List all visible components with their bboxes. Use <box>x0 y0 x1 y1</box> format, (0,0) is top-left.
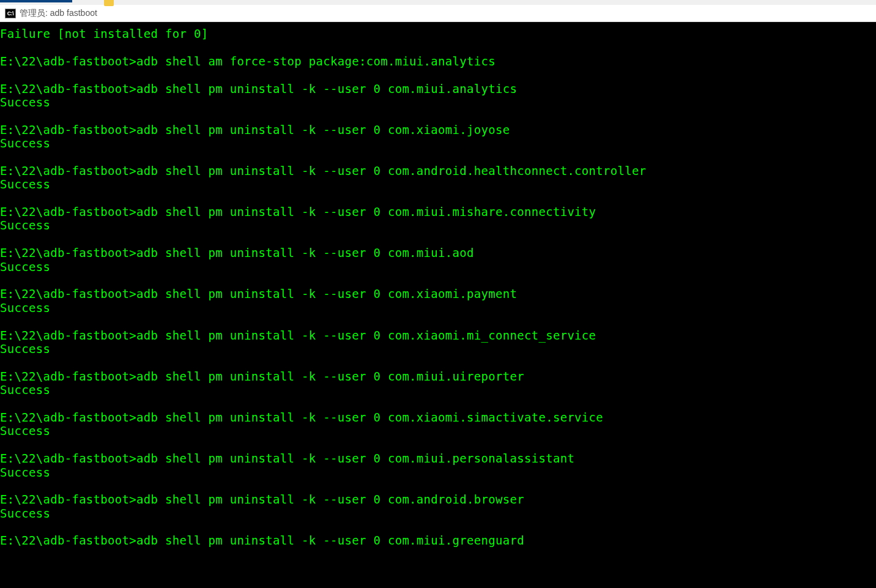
terminal-command-line: E:\22\adb-fastboot>adb shell pm uninstal… <box>0 123 876 136</box>
terminal-command-line: E:\22\adb-fastboot>adb shell am force-st… <box>0 54 876 68</box>
terminal-command-line: E:\22\adb-fastboot>adb shell pm uninstal… <box>0 246 876 259</box>
terminal-blank-line <box>0 109 876 122</box>
terminal-result-line: Success <box>0 177 876 191</box>
terminal-blank-line <box>0 438 876 452</box>
terminal-blank-line <box>0 40 876 54</box>
terminal-result-line: Success <box>0 424 876 437</box>
terminal-result-line: Success <box>0 507 876 520</box>
terminal-blank-line <box>0 397 876 411</box>
terminal-blank-line <box>0 151 876 164</box>
terminal-blank-line <box>0 68 876 81</box>
window-title: 管理员: adb fastboot <box>20 8 97 19</box>
top-decor-strip <box>0 0 876 5</box>
terminal-result-line: Success <box>0 218 876 232</box>
terminal-blank-line <box>0 355 876 369</box>
terminal-blank-line <box>0 479 876 493</box>
terminal-command-line: E:\22\adb-fastboot>adb shell pm uninstal… <box>0 370 876 383</box>
top-strip-yellow-icon <box>104 0 114 6</box>
terminal-result-line: Success <box>0 466 876 479</box>
top-strip-blue <box>0 0 72 2</box>
terminal-result-line: Success <box>0 301 876 314</box>
window-title-prefix: 管理员: <box>20 8 50 18</box>
terminal-blank-line <box>0 314 876 328</box>
terminal-output[interactable]: Failure [not installed for 0]E:\22\adb-f… <box>0 22 876 588</box>
window-titlebar[interactable]: C:\ 管理员: adb fastboot <box>0 5 876 22</box>
terminal-result-line: Success <box>0 342 876 355</box>
terminal-result-line: Success <box>0 260 876 274</box>
window-title-name: adb fastboot <box>50 8 97 18</box>
terminal-failure-line: Failure [not installed for 0] <box>0 27 876 40</box>
terminal-command-line: E:\22\adb-fastboot>adb shell pm uninstal… <box>0 329 876 342</box>
terminal-result-line: Success <box>0 95 876 109</box>
terminal-command-line: E:\22\adb-fastboot>adb shell pm uninstal… <box>0 287 876 300</box>
terminal-blank-line <box>0 192 876 205</box>
terminal-command-line: E:\22\adb-fastboot>adb shell pm uninstal… <box>0 205 876 218</box>
terminal-command-line: E:\22\adb-fastboot>adb shell pm uninstal… <box>0 452 876 465</box>
terminal-result-line: Success <box>0 383 876 396</box>
terminal-blank-line <box>0 233 876 246</box>
terminal-command-line: E:\22\adb-fastboot>adb shell pm uninstal… <box>0 534 876 547</box>
cmd-icon: C:\ <box>5 9 16 18</box>
terminal-command-line: E:\22\adb-fastboot>adb shell pm uninstal… <box>0 493 876 506</box>
terminal-command-line: E:\22\adb-fastboot>adb shell pm uninstal… <box>0 411 876 424</box>
terminal-blank-line <box>0 520 876 534</box>
terminal-blank-line <box>0 274 876 287</box>
terminal-command-line: E:\22\adb-fastboot>adb shell pm uninstal… <box>0 164 876 177</box>
terminal-result-line: Success <box>0 136 876 150</box>
terminal-command-line: E:\22\adb-fastboot>adb shell pm uninstal… <box>0 82 876 95</box>
